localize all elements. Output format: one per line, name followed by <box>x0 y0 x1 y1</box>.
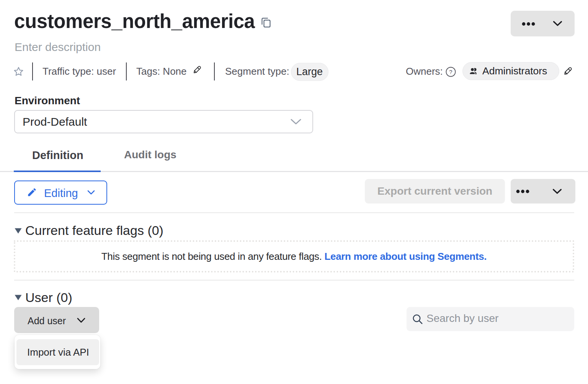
svg-text:?: ? <box>449 69 452 75</box>
